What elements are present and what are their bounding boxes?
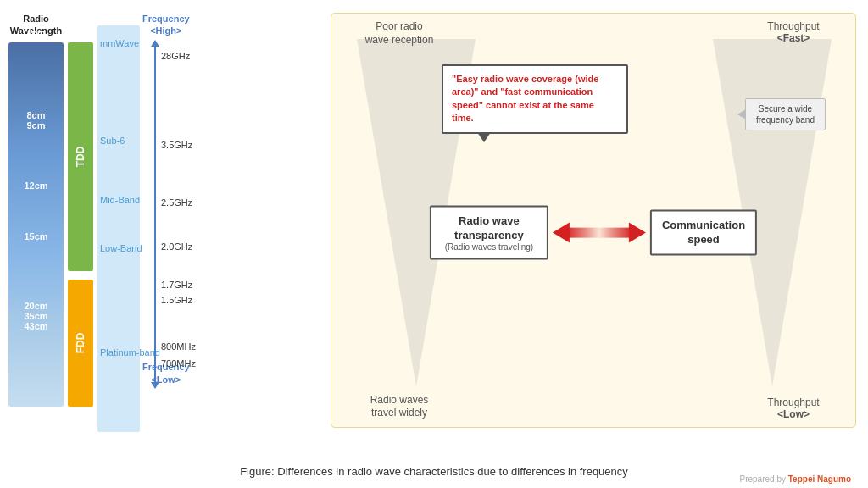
- band-sub6: Sub-6: [100, 136, 125, 146]
- left-section: RadioWavelength 1cm 8cm9cm 12cm 15cm 20c…: [8, 13, 322, 428]
- comm-speed-title: Communication speed: [662, 219, 745, 247]
- callout-text: "Easy radio wave coverage (wide area)" a…: [452, 74, 598, 123]
- secure-note: Secure a widefrequency band: [745, 98, 826, 130]
- freq-arrow: [154, 45, 156, 384]
- wl-12cm: 12cm: [8, 180, 64, 191]
- prepared-name: Teppei Nagumo: [788, 474, 851, 484]
- throughput-fast-sub: <Fast>: [738, 32, 849, 44]
- freq-25ghz: 2.5GHz: [161, 197, 192, 208]
- rw-sub: (Radio waves traveling): [442, 242, 537, 252]
- freq-20ghz: 2.0GHz: [161, 241, 192, 252]
- secure-note-text: Secure a widefrequency band: [756, 104, 815, 125]
- throughput-fast: Throughput <Fast>: [738, 20, 849, 44]
- band-platinum: Platinum-band: [100, 347, 160, 358]
- rw-title: Radio wavetransparency: [442, 214, 537, 242]
- freq-band-bar: [97, 25, 140, 432]
- callout-box: "Easy radio wave coverage (wide area)" a…: [442, 64, 628, 134]
- caption: Figure: Differences in radio wave charac…: [0, 465, 868, 478]
- throughput-low-sub: <Low>: [738, 408, 849, 420]
- prepared-by: Prepared by Teppei Nagumo: [739, 474, 851, 484]
- freq-17ghz: 1.7GHz: [161, 280, 192, 290]
- wl-8cm: 8cm9cm: [8, 110, 64, 130]
- main-container: RadioWavelength 1cm 8cm9cm 12cm 15cm 20c…: [0, 0, 868, 488]
- prepared-by-text: Prepared by: [739, 474, 785, 484]
- band-midband: Mid-Band: [100, 195, 140, 205]
- band-lowband: Low-Band: [100, 243, 142, 253]
- freq-800mhz: 800MHz: [161, 341, 196, 352]
- freq-15ghz: 1.5GHz: [161, 295, 192, 305]
- freq-28ghz: 28GHz: [161, 51, 190, 61]
- freq-high-label: Frequency<High>: [142, 13, 190, 37]
- throughput-low: Throughput <Low>: [738, 396, 849, 420]
- radio-travel-label: Radio wavestravel widely: [344, 394, 454, 420]
- throughput-fast-label: Throughput: [738, 20, 849, 32]
- tdd-bar: TDD: [68, 42, 93, 271]
- double-arrow-svg: [548, 216, 650, 250]
- fdd-bar: FDD: [68, 280, 93, 407]
- center-row: Radio wavetransparency (Radio waves trav…: [430, 205, 757, 260]
- wl-20cm: 20cm35cm43cm: [8, 301, 64, 331]
- wavelength-bar: [8, 42, 64, 407]
- svg-rect-2: [565, 228, 633, 238]
- fdd-label: FDD: [75, 333, 86, 354]
- freq-35ghz: 3.5GHz: [161, 140, 192, 150]
- band-mmwave: mmWave: [100, 38, 139, 48]
- tdd-label: TDD: [75, 147, 86, 168]
- poor-reception-label: Poor radiowave reception: [344, 20, 454, 47]
- throughput-low-label: Throughput: [738, 396, 849, 408]
- comm-speed-box: Communication speed: [650, 210, 757, 256]
- rw-transparency-box: Radio wavetransparency (Radio waves trav…: [430, 205, 548, 260]
- wl-1cm: 1cm: [8, 28, 64, 38]
- wl-15cm: 15cm: [8, 231, 64, 241]
- freq-700mhz: 700MHz: [161, 358, 196, 369]
- right-section: Poor radiowave reception Throughput <Fas…: [331, 13, 856, 428]
